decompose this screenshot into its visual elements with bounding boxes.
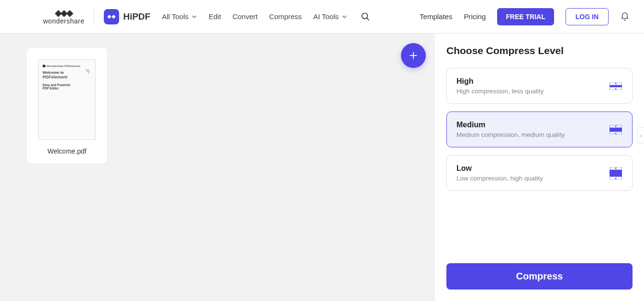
free-trial-button[interactable]: FREE TRIAL xyxy=(497,8,554,25)
file-canvas: Wondershare PDFelement Welcome to PDFele… xyxy=(0,33,434,301)
option-low-desc: Low compression, high quality xyxy=(456,175,543,182)
wondershare-logo[interactable]: ◆◆◆ wondershare xyxy=(43,9,84,25)
file-name: Welcome.pdf xyxy=(38,147,96,155)
nav-ai-tools[interactable]: AI Tools xyxy=(313,12,347,21)
compress-low-icon: ▼ ▲ xyxy=(609,167,622,180)
option-medium-desc: Medium compression, medium quality xyxy=(456,131,565,138)
chevron-down-icon xyxy=(342,14,347,20)
chevron-left-icon: ‹ xyxy=(640,133,642,138)
wondershare-icon: ◆◆◆ xyxy=(55,9,72,17)
option-medium-title: Medium xyxy=(456,121,565,129)
header: ◆◆◆ wondershare HiPDF All Tools Edit Con… xyxy=(0,0,644,33)
file-thumbnail: Wondershare PDFelement Welcome to PDFele… xyxy=(38,59,96,140)
svg-rect-0 xyxy=(108,14,111,18)
nav-compress-label: Compress xyxy=(269,12,301,21)
thumb-line2: PDFelement xyxy=(43,75,91,79)
nav-all-tools-label: All Tools xyxy=(162,12,189,21)
thumb-sub1: Easy and Powerful xyxy=(43,83,91,87)
option-low[interactable]: Low Low compression, high quality ▼ ▲ xyxy=(446,155,633,191)
collapse-panel-tab[interactable]: ‹ xyxy=(637,127,644,144)
search-icon[interactable] xyxy=(361,12,370,22)
compress-options: High High compression, less quality ▼ ▲ … xyxy=(446,68,633,191)
nav-ai-tools-label: AI Tools xyxy=(313,12,339,21)
main-nav: All Tools Edit Convert Compress AI Tools xyxy=(162,12,370,22)
option-high-desc: High compression, less quality xyxy=(456,88,544,95)
option-high-title: High xyxy=(456,77,544,86)
divider xyxy=(94,8,94,25)
add-file-button[interactable] xyxy=(401,43,426,68)
panel-title: Choose Compress Level xyxy=(446,45,633,56)
plus-icon xyxy=(408,50,419,61)
svg-rect-1 xyxy=(112,14,116,18)
nav-compress[interactable]: Compress xyxy=(269,12,301,21)
login-button[interactable]: LOG IN xyxy=(566,8,609,25)
svg-line-3 xyxy=(366,18,369,20)
thumb-brand: Wondershare PDFelement xyxy=(43,65,91,67)
compress-button[interactable]: Compress xyxy=(446,263,633,290)
nav-pricing[interactable]: Pricing xyxy=(464,12,486,21)
nav-edit-label: Edit xyxy=(209,12,221,21)
thumb-line1: Welcome to xyxy=(43,70,91,75)
thumb-sub2: PDF Editor xyxy=(43,87,91,90)
option-high[interactable]: High High compression, less quality ▼ ▲ xyxy=(446,68,633,104)
compress-panel: Choose Compress Level High High compress… xyxy=(434,33,644,301)
chevron-down-icon xyxy=(191,14,197,20)
svg-point-2 xyxy=(362,13,367,19)
nav-all-tools[interactable]: All Tools xyxy=(162,12,197,21)
hipdf-text: HiPDF xyxy=(123,11,150,22)
option-medium[interactable]: Medium Medium compression, medium qualit… xyxy=(446,111,633,147)
wondershare-text: wondershare xyxy=(43,17,84,25)
hipdf-logo[interactable]: HiPDF xyxy=(104,9,150,24)
nav-edit[interactable]: Edit xyxy=(209,12,221,21)
nav-templates[interactable]: Templates xyxy=(420,12,452,21)
hipdf-icon xyxy=(104,9,119,24)
compress-high-icon: ▼ ▲ xyxy=(609,79,622,93)
file-card[interactable]: Wondershare PDFelement Welcome to PDFele… xyxy=(27,48,107,164)
right-nav: Templates Pricing FREE TRIAL LOG IN xyxy=(420,8,630,25)
nav-convert-label: Convert xyxy=(233,12,258,21)
bell-icon[interactable] xyxy=(620,12,630,22)
compress-medium-icon: ▼ ▲ xyxy=(609,123,622,136)
option-low-title: Low xyxy=(456,164,543,173)
nav-convert[interactable]: Convert xyxy=(233,12,258,21)
main: Wondershare PDFelement Welcome to PDFele… xyxy=(0,33,644,301)
